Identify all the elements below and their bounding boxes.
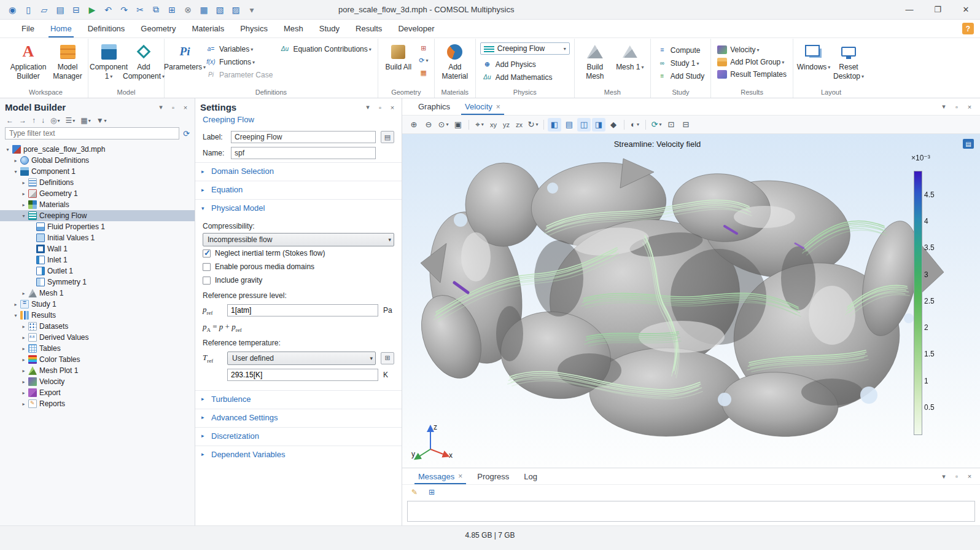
functions-button[interactable]: Functions	[204, 57, 274, 67]
back-icon[interactable]	[6, 116, 14, 125]
windows-button[interactable]: Windows	[798, 40, 830, 73]
add-material-button[interactable]: Add Material	[439, 40, 471, 82]
result-templates-button[interactable]: Result Templates	[715, 69, 788, 79]
update-plot-icon[interactable]	[650, 118, 663, 132]
graphics-more-icon[interactable]	[965, 103, 974, 111]
tree-item-materials[interactable]: ▸Materials	[0, 199, 195, 210]
component-button[interactable]: Component 1	[93, 40, 125, 82]
tree-item-wall-1[interactable]: Wall 1	[0, 243, 195, 254]
name-input[interactable]	[231, 147, 376, 159]
zoom-box-icon[interactable]	[437, 118, 450, 132]
tree-item-inlet-1[interactable]: Inlet 1	[0, 254, 195, 265]
tab-progress[interactable]: Progress	[470, 468, 516, 484]
redo-icon[interactable]	[117, 3, 131, 17]
tree-item-definitions[interactable]: ▸Definitions	[0, 177, 195, 188]
tree-item-tables[interactable]: ▸Tables	[0, 343, 195, 354]
messages-close-icon[interactable]	[965, 472, 974, 481]
show-icon[interactable]: ▾	[50, 116, 60, 125]
section-equation[interactable]: ▸ Equation	[195, 181, 402, 198]
print-icon[interactable]	[679, 118, 693, 132]
collapse-arrow-icon[interactable]: ▾	[20, 213, 28, 219]
velocity-plot-button[interactable]: Velocity	[715, 45, 788, 55]
tree-item-color-tables[interactable]: ▸Color Tables	[0, 354, 195, 365]
expand-arrow-icon[interactable]: ▸	[20, 191, 28, 197]
tree-item-datasets[interactable]: ▸Datasets	[0, 321, 195, 332]
filter-input[interactable]	[5, 127, 179, 139]
variables-button[interactable]: Variables	[204, 44, 274, 54]
tree-item-mesh-1[interactable]: ▸Mesh 1	[0, 288, 195, 299]
tree-item-initial-values-1[interactable]: Initial Values 1	[0, 232, 195, 243]
menu-results[interactable]: Results	[348, 20, 390, 37]
mesh1-button[interactable]: Mesh 1	[614, 40, 646, 73]
build-all-button[interactable]: Build All	[383, 40, 414, 73]
menu-definitions[interactable]: Definitions	[80, 20, 133, 37]
label-input[interactable]	[231, 131, 376, 143]
expand-arrow-icon[interactable]: ▸	[20, 390, 28, 396]
build-mesh-button[interactable]: Build Mesh	[579, 40, 611, 82]
collapse-arrow-icon[interactable]: ▾	[12, 313, 20, 318]
forward-icon[interactable]	[19, 116, 26, 125]
copy-icon[interactable]	[149, 3, 163, 17]
close-tab-icon[interactable]	[496, 103, 500, 111]
clear-messages-icon[interactable]	[408, 487, 421, 498]
default-view-icon[interactable]	[473, 118, 486, 132]
menu-home[interactable]: Home	[42, 20, 80, 37]
section-advanced-settings[interactable]: ▸ Advanced Settings	[195, 409, 402, 426]
rename-button[interactable]	[381, 131, 394, 143]
tree-item-velocity[interactable]: ▸Velocity	[0, 376, 195, 387]
graphics-float-icon[interactable]	[952, 103, 961, 111]
tree-item-results[interactable]: ▾Results	[0, 310, 195, 321]
section-domain-selection[interactable]: ▸ Domain Selection	[195, 162, 402, 179]
view-xy-button[interactable]: xy	[488, 120, 499, 130]
menu-study[interactable]: Study	[311, 20, 348, 37]
menu-materials[interactable]: Materials	[184, 20, 232, 37]
insert-sequence-icon[interactable]	[418, 43, 430, 53]
delete-icon[interactable]	[181, 3, 195, 17]
environment-reflections-icon[interactable]	[577, 118, 591, 132]
maximize-button[interactable]	[924, 0, 952, 20]
paste-icon[interactable]	[165, 3, 179, 17]
delete-sequence-icon[interactable]	[418, 68, 430, 78]
graphics-canvas[interactable]: Streamline: Velocity field ▤ ×10⁻³ 4.543…	[402, 134, 980, 468]
menu-file[interactable]: File	[14, 20, 42, 37]
tab-graphics[interactable]: Graphics	[411, 98, 457, 115]
ref-pressure-input[interactable]	[227, 304, 378, 316]
go-to-view-icon[interactable]	[526, 118, 540, 132]
table-min-icon[interactable]	[196, 3, 211, 17]
tree-item-component-1[interactable]: ▾Component 1	[0, 166, 195, 177]
tab-messages[interactable]: Messages	[411, 468, 470, 484]
panel-menu-icon[interactable]	[157, 103, 165, 112]
tree-item-export[interactable]: ▸Export	[0, 387, 195, 398]
expand-arrow-icon[interactable]: ▸	[20, 335, 28, 340]
new-file-icon[interactable]	[21, 3, 36, 17]
porous-media-checkbox[interactable]	[203, 263, 211, 271]
settings-close-icon[interactable]	[388, 103, 397, 112]
expand-arrow-icon[interactable]: ▸	[12, 302, 20, 307]
tree-item-study-1[interactable]: ▸Study 1	[0, 299, 195, 310]
parameters-button[interactable]: Parameters	[169, 40, 201, 73]
menu-mesh[interactable]: Mesh	[276, 20, 311, 37]
add-study-button[interactable]: Add Study	[655, 71, 706, 81]
help-button[interactable]: ?	[962, 23, 974, 34]
add-plot-group-button[interactable]: Add Plot Group	[715, 57, 788, 67]
neglect-inertial-row[interactable]: Neglect inertial term (Stokes flow)	[203, 246, 394, 260]
tree-item-mesh-plot-1[interactable]: ▸Mesh Plot 1	[0, 365, 195, 376]
compute-button[interactable]: Compute	[655, 45, 706, 55]
tree-item-geometry-1[interactable]: ▸Geometry 1	[0, 188, 195, 199]
reset-desktop-button[interactable]: Reset Desktop	[833, 40, 865, 82]
open-model-manager-icon[interactable]	[69, 3, 84, 17]
graphics-menu-icon[interactable]	[939, 103, 948, 111]
neglect-inertial-checkbox[interactable]	[203, 249, 211, 257]
show-material-color-icon[interactable]	[548, 118, 561, 132]
model-manager-button[interactable]: Model Manager	[52, 40, 84, 82]
geometry-actions-icon[interactable]	[418, 55, 430, 66]
add-physics-button[interactable]: Add Physics	[480, 59, 570, 69]
messages-float-icon[interactable]	[952, 472, 961, 481]
section-dependent-variables[interactable]: ▸ Dependent Variables	[195, 446, 402, 463]
ref-temperature-combo[interactable]: User defined ▾	[227, 352, 376, 365]
tree-item-reports[interactable]: ▸Reports	[0, 398, 195, 409]
expand-arrow-icon[interactable]: ▸	[20, 324, 28, 329]
collapse-arrow-icon[interactable]: ▾	[4, 147, 12, 152]
node-grouping-icon[interactable]: ▾	[80, 116, 90, 125]
cut-icon[interactable]	[133, 3, 147, 17]
